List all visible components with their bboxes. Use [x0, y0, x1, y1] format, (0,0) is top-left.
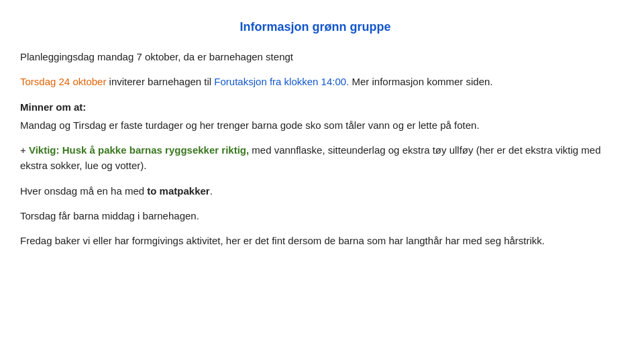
onsdag-suffix: . — [210, 185, 213, 197]
minner-section: Minner om at: Mandag og Tirsdag er faste… — [20, 99, 610, 134]
paragraph-planlegging: Planleggingsdag mandag 7 oktober, da er … — [20, 49, 610, 64]
minner-heading: Minner om at: — [20, 99, 610, 115]
torsdag24-blue: Forutaksjon fra klokken 14:00. — [214, 76, 349, 87]
viktig-prefix: + — [20, 144, 29, 156]
torsdag24-suffix: Mer informasjon kommer siden. — [349, 76, 492, 87]
paragraph-fredag: Fredag baker vi eller har formgivings ak… — [20, 233, 610, 248]
paragraph-viktig: + Viktig: Husk å pakke barnas ryggsekker… — [20, 142, 610, 174]
onsdag-bold: to matpakker — [147, 185, 209, 197]
torsdag-middag-text: Torsdag får barna middag i barnehagen. — [20, 210, 199, 221]
planlegging-text: Planleggingsdag mandag 7 oktober, da er … — [20, 51, 293, 62]
onsdag-prefix: Hver onsdag må en ha med — [20, 185, 147, 197]
paragraph-torsdag24: Torsdag 24 oktober inviterer barnehagen … — [20, 74, 610, 89]
minner-body: Mandag og Tirsdag er faste turdager og h… — [20, 119, 480, 131]
torsdag24-orange: Torsdag 24 oktober — [20, 76, 106, 87]
fredag-text: Fredag baker vi eller har formgivings ak… — [20, 235, 545, 246]
paragraph-torsdag-middag: Torsdag får barna middag i barnehagen. — [20, 208, 610, 223]
torsdag24-middle: inviterer barnehagen til — [106, 76, 214, 87]
page-title: Informasjon grønn gruppe — [20, 20, 610, 34]
paragraph-onsdag: Hver onsdag må en ha med to matpakker. — [20, 183, 610, 199]
viktig-green: Viktig: Husk å pakke barnas ryggsekker r… — [29, 144, 249, 156]
